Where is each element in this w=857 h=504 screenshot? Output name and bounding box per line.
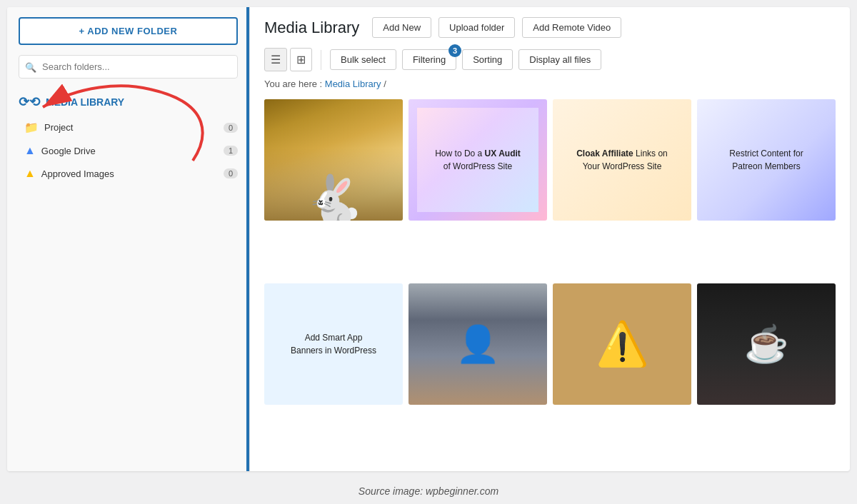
media-library-label: MEDIA LIBRARY — [46, 96, 124, 108]
breadcrumb-suffix: / — [384, 79, 386, 89]
source-text: Source image: wpbeginner.com — [0, 478, 857, 504]
bulk-select-button[interactable]: Bulk select — [330, 49, 396, 70]
media-item-cloak-affiliate[interactable]: Cloak Affiliate Links onYour WordPress S… — [553, 99, 691, 221]
display-all-files-button[interactable]: Display all files — [518, 49, 601, 70]
folder-count: 0 — [224, 123, 238, 133]
upload-folder-button[interactable]: Upload folder — [438, 17, 515, 38]
folder-name: Google Drive — [41, 146, 96, 156]
folder-count: 1 — [224, 146, 238, 156]
folder-item-approved-images[interactable]: ▲ Approved Images 0 — [19, 162, 249, 185]
filtering-badge: 3 — [448, 44, 461, 57]
folder-item-google-drive[interactable]: ▲ Google Drive 1 — [19, 139, 249, 162]
approved-images-icon: ▲ — [24, 167, 36, 180]
page-title: Media Library — [264, 19, 359, 37]
add-folder-button[interactable]: + ADD NEW FOLDER — [19, 17, 238, 45]
sorting-button[interactable]: Sorting — [462, 49, 513, 70]
toolbar: ☰ ⊞ Bulk select Filtering 3 Sorting Disp… — [264, 48, 836, 71]
sidebar-divider — [246, 7, 249, 471]
media-library-icon: ⟳⟲ — [19, 94, 40, 110]
view-toggle: ☰ ⊞ — [264, 48, 312, 71]
main-content: Media Library Add New Upload folder Add … — [250, 7, 850, 471]
media-grid-row2: Add Smart AppBanners in WordPress 👤 ⚠️ — [264, 283, 836, 462]
list-view-button[interactable]: ☰ — [264, 48, 287, 71]
media-item-rabbit[interactable]: 🐇 — [264, 99, 403, 221]
media-item-warning[interactable]: ⚠️ — [553, 283, 691, 405]
media-item-restrict-content[interactable]: Restrict Content forPatreon Members — [697, 99, 836, 221]
toolbar-separator — [321, 50, 321, 70]
folder-count: 0 — [224, 168, 238, 178]
breadcrumb-prefix: You are here : — [264, 79, 325, 89]
folder-list: 📁 Project 0 ▲ Google Drive 1 ▲ Approved … — [7, 116, 249, 185]
add-remote-video-button[interactable]: Add Remote Video — [522, 17, 621, 38]
folder-icon: 📁 — [24, 121, 39, 134]
grid-view-button[interactable]: ⊞ — [290, 48, 312, 71]
search-icon: 🔍 — [25, 61, 36, 72]
media-library-item[interactable]: ⟳⟲ MEDIA LIBRARY — [7, 89, 249, 116]
breadcrumb: You are here : Media Library / — [264, 79, 836, 89]
filtering-button[interactable]: Filtering 3 — [402, 49, 456, 70]
folder-item-project[interactable]: 📁 Project 0 — [19, 116, 249, 139]
media-item-person[interactable]: 👤 — [409, 283, 547, 405]
add-new-button[interactable]: Add New — [372, 17, 431, 38]
main-header: Media Library Add New Upload folder Add … — [264, 17, 836, 38]
breadcrumb-link[interactable]: Media Library — [325, 79, 381, 89]
media-grid-row1: 🐇 How to Do a UX Auditof WordPress Site … — [264, 99, 836, 278]
folder-name: Approved Images — [41, 168, 114, 179]
sidebar: + ADD NEW FOLDER 🔍 ⟳⟲ MEDIA LIBRARY 📁 Pr… — [7, 7, 250, 471]
media-item-ux-audit[interactable]: How to Do a UX Auditof WordPress Site — [409, 99, 547, 221]
search-container: 🔍 — [19, 55, 238, 79]
google-drive-icon: ▲ — [24, 144, 36, 157]
folder-name: Project — [44, 122, 73, 133]
media-item-coffee[interactable]: ☕ — [697, 283, 836, 405]
search-input[interactable] — [19, 55, 238, 79]
media-item-smart-banners[interactable]: Add Smart AppBanners in WordPress — [264, 283, 403, 405]
